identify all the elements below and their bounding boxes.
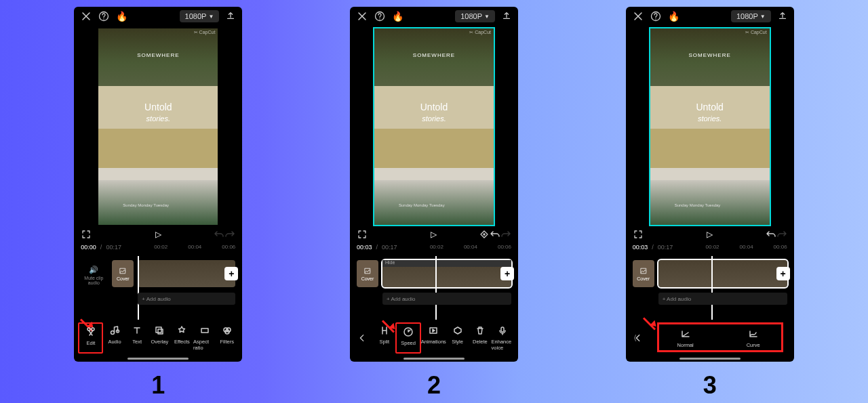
animations-tool[interactable]: Animations xyxy=(421,322,446,354)
undo-icon[interactable] xyxy=(214,229,224,240)
svg-rect-7 xyxy=(201,328,208,333)
video-track[interactable]: Hide+ xyxy=(382,260,511,287)
fullscreen-icon[interactable] xyxy=(633,229,644,240)
fullscreen-icon[interactable] xyxy=(357,229,368,240)
audio-tool[interactable]: Audio xyxy=(103,322,125,354)
mute-audio-button[interactable]: 🔊Mute clip audio xyxy=(81,266,106,285)
help-icon[interactable] xyxy=(98,11,109,22)
export-button[interactable] xyxy=(226,11,235,22)
cover-button[interactable]: Cover xyxy=(357,260,378,287)
delete-tool[interactable]: Delete xyxy=(469,322,491,354)
speed-tool[interactable]: Speed xyxy=(395,322,420,354)
step-number: 1 xyxy=(151,371,165,400)
enhance-voice-tool[interactable]: Enhance voice xyxy=(492,322,514,354)
add-clip-button[interactable]: + xyxy=(500,267,514,280)
help-icon[interactable] xyxy=(650,11,661,22)
play-button[interactable]: ▷ xyxy=(431,230,437,239)
edit-tool[interactable]: Edit xyxy=(78,322,103,354)
add-clip-button[interactable]: + xyxy=(776,267,790,280)
hot-icon[interactable]: 🔥 xyxy=(668,11,679,22)
time-display: 00:03/00:17 00:0200:0400:06 xyxy=(350,244,518,251)
video-track[interactable]: + xyxy=(138,260,235,287)
time-display: 00:00/00:17 00:0200:0400:06 xyxy=(74,244,242,251)
filters-tool[interactable]: Filters xyxy=(216,322,238,354)
redo-icon[interactable] xyxy=(776,229,787,240)
home-indicator xyxy=(127,358,189,360)
preview-text: SOMEWHERE xyxy=(413,52,455,58)
close-icon[interactable] xyxy=(633,11,644,22)
add-audio-button[interactable]: + Add audio xyxy=(382,293,511,305)
preview-text: SOMEWHERE xyxy=(688,52,730,58)
back-button[interactable] xyxy=(354,330,370,346)
playhead[interactable] xyxy=(711,256,713,320)
undo-icon[interactable] xyxy=(766,229,776,240)
svg-point-12 xyxy=(484,234,485,235)
back-button[interactable] xyxy=(630,330,646,346)
step-number: 2 xyxy=(427,371,441,400)
preview-text: SOMEWHERE xyxy=(137,52,179,58)
hot-icon[interactable]: 🔥 xyxy=(116,11,127,22)
resolution-button[interactable]: 1080P▼ xyxy=(180,10,220,22)
preview-text: Untoldstories. xyxy=(420,102,448,124)
play-button[interactable]: ▷ xyxy=(707,230,713,239)
fullscreen-icon[interactable] xyxy=(81,229,92,240)
watermark: ✂ CapCut xyxy=(469,30,491,35)
cover-button[interactable]: Cover xyxy=(112,260,134,287)
time-display: 00:03/00:17 00:0200:0400:06 xyxy=(626,244,794,251)
playhead[interactable] xyxy=(138,256,139,320)
split-tool[interactable]: Split xyxy=(373,322,395,354)
svg-rect-6 xyxy=(158,329,163,334)
hot-icon[interactable]: 🔥 xyxy=(392,11,403,22)
close-icon[interactable] xyxy=(81,11,92,22)
aspect-tool[interactable]: Aspect ratio xyxy=(193,322,216,354)
annotation-highlight xyxy=(657,322,783,352)
close-icon[interactable] xyxy=(357,11,368,22)
home-indicator xyxy=(403,358,465,360)
video-preview[interactable]: ✂ CapCut SOMEWHERE Untoldstories. Sunday… xyxy=(98,28,218,225)
resolution-button[interactable]: 1080P▼ xyxy=(455,10,495,22)
keyframe-icon[interactable] xyxy=(479,229,490,240)
resolution-button[interactable]: 1080P▼ xyxy=(731,10,771,22)
watermark: ✂ CapCut xyxy=(194,30,216,35)
preview-text: Untoldstories. xyxy=(696,102,723,124)
export-button[interactable] xyxy=(502,11,511,22)
video-preview[interactable]: ✂ CapCut SOMEWHERE Untoldstories. Sunday… xyxy=(374,28,494,225)
overlay-tool[interactable]: Overlay xyxy=(149,322,171,354)
export-button[interactable] xyxy=(778,11,787,22)
svg-rect-5 xyxy=(156,327,161,333)
text-tool[interactable]: Text xyxy=(126,322,149,354)
effects-tool[interactable]: Effects xyxy=(171,322,193,354)
preview-text: Sunday Monday Tuesday xyxy=(399,203,445,207)
watermark: ✂ CapCut xyxy=(745,30,767,35)
redo-icon[interactable] xyxy=(500,229,511,240)
preview-text: Sunday Monday Tuesday xyxy=(675,203,721,207)
preview-text: Sunday Monday Tuesday xyxy=(123,203,169,207)
style-tool[interactable]: Style xyxy=(446,322,469,354)
add-clip-button[interactable]: + xyxy=(224,267,238,280)
help-icon[interactable] xyxy=(374,11,385,22)
add-audio-button[interactable]: + Add audio xyxy=(138,293,235,305)
video-track[interactable]: + xyxy=(658,260,787,287)
play-button[interactable]: ▷ xyxy=(155,230,161,239)
home-indicator xyxy=(679,358,741,360)
add-audio-button[interactable]: + Add audio xyxy=(658,293,787,305)
cover-button[interactable]: Cover xyxy=(633,260,654,287)
redo-icon[interactable] xyxy=(224,229,235,240)
undo-icon[interactable] xyxy=(490,229,500,240)
step-number: 3 xyxy=(703,371,717,400)
playhead[interactable] xyxy=(435,256,437,320)
preview-text: Untoldstories. xyxy=(144,102,172,124)
svg-rect-15 xyxy=(501,327,504,332)
video-preview[interactable]: ✂ CapCut SOMEWHERE Untoldstories. Sunday… xyxy=(650,28,770,225)
